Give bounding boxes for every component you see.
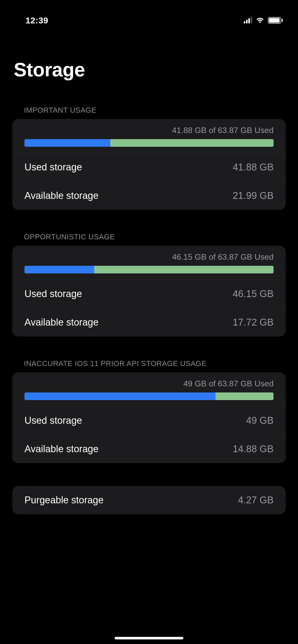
row-available-storage[interactable]: Available storage 21.99 GB bbox=[12, 181, 286, 210]
storage-summary-text: 49 GB of 63.87 GB Used bbox=[24, 379, 274, 388]
storage-card: 49 GB of 63.87 GB Used Used storage 49 G… bbox=[12, 372, 286, 463]
status-bar: 12:39 bbox=[0, 0, 298, 31]
storage-bar-used bbox=[24, 139, 110, 147]
row-label: Used storage bbox=[24, 415, 82, 426]
storage-summary-row: 46.15 GB of 63.87 GB Used bbox=[12, 246, 286, 280]
row-available-storage[interactable]: Available storage 14.88 GB bbox=[12, 435, 286, 463]
storage-summary-row: 49 GB of 63.87 GB Used bbox=[12, 372, 286, 406]
storage-bar-free bbox=[110, 139, 274, 147]
storage-summary-text: 46.15 GB of 63.87 GB Used bbox=[24, 252, 274, 262]
row-label: Available storage bbox=[24, 317, 99, 328]
storage-bar-free bbox=[94, 266, 274, 273]
home-indicator[interactable] bbox=[115, 637, 183, 639]
battery-icon bbox=[268, 17, 283, 24]
row-used-storage[interactable]: Used storage 46.15 GB bbox=[12, 280, 286, 308]
section-important-usage: IMPORTANT USAGE 41.88 GB of 63.87 GB Use… bbox=[12, 106, 286, 210]
section-header: IMPORTANT USAGE bbox=[12, 106, 286, 119]
storage-card: Purgeable storage 4.27 GB bbox=[12, 486, 286, 514]
storage-bar-used bbox=[24, 392, 215, 400]
storage-card: 41.88 GB of 63.87 GB Used Used storage 4… bbox=[12, 119, 286, 210]
row-value: 21.99 GB bbox=[233, 190, 274, 201]
row-value: 46.15 GB bbox=[233, 288, 274, 299]
storage-summary-row: 41.88 GB of 63.87 GB Used bbox=[12, 119, 286, 153]
section-inaccurate-api-usage: INACCURATE IOS 11 PRIOR API STORAGE USAG… bbox=[12, 359, 286, 463]
storage-bar-used bbox=[24, 266, 94, 273]
row-label: Used storage bbox=[24, 162, 82, 173]
row-label: Available storage bbox=[24, 190, 99, 201]
row-value: 17.72 GB bbox=[233, 317, 274, 328]
storage-bar bbox=[24, 139, 274, 147]
storage-card: 46.15 GB of 63.87 GB Used Used storage 4… bbox=[12, 246, 286, 336]
storage-bar-free bbox=[215, 392, 274, 400]
cellular-icon bbox=[244, 17, 252, 23]
storage-bar bbox=[24, 266, 274, 273]
section-header: OPPORTUNISTIC USAGE bbox=[12, 233, 286, 246]
row-label: Used storage bbox=[24, 288, 82, 299]
row-purgeable-storage[interactable]: Purgeable storage 4.27 GB bbox=[12, 486, 286, 514]
row-label: Purgeable storage bbox=[24, 495, 104, 506]
page-title: Storage bbox=[0, 31, 298, 81]
row-value: 49 GB bbox=[246, 415, 274, 426]
storage-summary-text: 41.88 GB of 63.87 GB Used bbox=[24, 126, 274, 135]
section-header: INACCURATE IOS 11 PRIOR API STORAGE USAG… bbox=[12, 359, 286, 372]
row-used-storage[interactable]: Used storage 49 GB bbox=[12, 406, 286, 435]
row-available-storage[interactable]: Available storage 17.72 GB bbox=[12, 308, 286, 336]
row-value: 14.88 GB bbox=[233, 444, 274, 455]
status-time: 12:39 bbox=[25, 16, 48, 25]
row-used-storage[interactable]: Used storage 41.88 GB bbox=[12, 153, 286, 181]
row-value: 41.88 GB bbox=[233, 162, 274, 173]
row-value: 4.27 GB bbox=[238, 495, 274, 506]
storage-bar bbox=[24, 392, 274, 400]
section-opportunistic-usage: OPPORTUNISTIC USAGE 46.15 GB of 63.87 GB… bbox=[12, 233, 286, 336]
status-indicators bbox=[244, 17, 283, 24]
wifi-icon bbox=[256, 17, 264, 24]
section-extra: Purgeable storage 4.27 GB bbox=[12, 486, 286, 514]
row-label: Available storage bbox=[24, 444, 99, 455]
